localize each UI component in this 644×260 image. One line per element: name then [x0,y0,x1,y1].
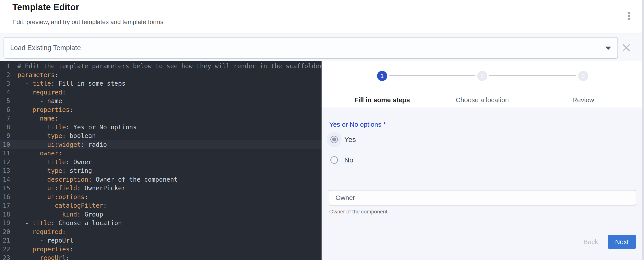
code-line[interactable]: 8 title: Yes or No options [0,123,322,132]
owner-input[interactable] [336,191,630,205]
code-line[interactable]: 22 properties: [0,245,322,254]
code-line[interactable]: 4 required: [0,88,322,97]
code-line[interactable]: 3 - title: Fill in some steps [0,79,322,88]
radio-option-no[interactable]: No [327,153,354,168]
radio-group-label: Yes or No options * [329,121,386,128]
page-header: Template Editor Edit, preview, and try o… [0,0,644,33]
line-text: description: Owner of the component [10,175,178,184]
line-number: 15 [0,184,10,193]
line-number: 2 [0,71,10,79]
code-line[interactable]: 9 type: boolean [0,132,322,140]
line-number: 7 [0,114,10,123]
code-line[interactable]: 19 - title: Choose a location [0,219,322,228]
line-number: 13 [0,166,10,175]
step-circle-1: 1 [377,71,387,81]
code-line[interactable]: 12 title: Owner [0,158,322,167]
radio-halo [327,153,342,168]
line-number: 10 [0,140,10,149]
line-number: 3 [0,79,10,88]
line-text: # Edit the template parameters below to … [10,62,322,71]
line-number: 4 [0,88,10,97]
code-area[interactable]: 1# Edit the template parameters below to… [0,61,322,260]
step-label-3: Review [537,96,630,104]
line-number: 22 [0,245,10,254]
code-line[interactable]: 6 properties: [0,105,322,114]
line-text: properties: [10,105,73,114]
line-number: 14 [0,175,10,184]
line-text: title: Yes or No options [10,123,136,132]
line-text: parameters: [10,71,58,79]
step-label-2: Choose a location [436,96,529,104]
radio-option-label: Yes [344,136,356,144]
more-options-button[interactable] [624,10,634,22]
step-connector [489,75,576,76]
back-button[interactable]: Back [578,235,604,249]
line-text: required: [10,88,66,97]
radio-button-icon[interactable] [330,136,338,143]
line-number: 18 [0,210,10,219]
line-text: ui:field: OwnerPicker [10,184,126,193]
line-number: 5 [0,97,10,105]
yaml-code-editor[interactable]: 1# Edit the template parameters below to… [0,61,322,260]
load-existing-template-input[interactable] [10,37,596,58]
line-text: name: [10,114,58,123]
close-icon [622,43,631,52]
code-line[interactable]: 1# Edit the template parameters below to… [0,62,322,71]
code-line[interactable]: 13 type: string [0,166,322,175]
load-existing-template-combobox[interactable] [4,37,618,59]
code-line[interactable]: 14 description: Owner of the component [0,175,322,184]
line-number: 9 [0,132,10,140]
line-text: - title: Choose a location [10,219,122,228]
step-circle-2: 2 [477,71,487,81]
line-text: - title: Fill in some steps [10,79,126,88]
close-editor-button[interactable] [622,42,632,53]
radio-halo [327,132,342,147]
kebab-menu-icon [628,18,630,20]
radio-option-yes[interactable]: Yes [327,132,356,147]
kebab-menu-icon [628,12,630,14]
line-text: repoUrl: [10,254,70,260]
code-line[interactable]: 5 - name [0,97,322,105]
line-text: ui:options: [10,193,88,202]
line-number: 20 [0,228,10,236]
line-number: 1 [0,62,10,71]
line-text: catalogFilter: [10,201,107,210]
template-preview-panel: 1Fill in some steps2Choose a location3Re… [322,61,642,260]
code-line[interactable]: 23 repoUrl: [0,254,322,260]
step-label-1: Fill in some steps [336,96,428,104]
code-line[interactable]: 17 catalogFilter: [0,201,322,210]
code-line[interactable]: 21 - repoUrl [0,236,322,245]
code-line[interactable]: 7 name: [0,114,322,123]
line-text: owner: [10,149,62,158]
code-line[interactable]: 15 ui:field: OwnerPicker [0,184,322,193]
template-editor-page: Template Editor Edit, preview, and try o… [0,0,644,260]
line-text: type: boolean [10,132,96,140]
line-number: 11 [0,149,10,158]
code-line[interactable]: 18 kind: Group [0,210,322,219]
required-marker: * [382,121,386,128]
code-line[interactable]: 11 owner: [0,149,322,158]
kebab-menu-icon [628,15,630,17]
form-area: Yes or No options * YesNo Owner of the c… [322,107,642,260]
radio-option-label: No [344,156,354,164]
code-line[interactable]: 20 required: [0,228,322,236]
line-text: required: [10,228,66,236]
step-circle-3: 3 [578,71,588,81]
next-button[interactable]: Next [608,235,636,249]
code-line[interactable]: 16 ui:options: [0,193,322,202]
radio-button-icon[interactable] [330,156,338,164]
code-line[interactable]: 2parameters: [0,71,322,79]
line-number: 23 [0,254,10,260]
owner-field[interactable] [329,190,636,206]
line-text: title: Owner [10,158,92,167]
line-text: - repoUrl [10,236,73,245]
code-line[interactable]: 10 ui:widget: radio [0,140,322,149]
owner-helper-text: Owner of the component [329,209,388,215]
dropdown-arrow-icon[interactable] [605,46,611,50]
line-number: 21 [0,236,10,245]
radio-dot [332,138,336,141]
window-scrollbar-track[interactable] [642,0,644,260]
load-template-toolbar [0,33,644,61]
line-number: 8 [0,123,10,132]
page-subtitle: Edit, preview, and try out templates and… [12,18,163,26]
